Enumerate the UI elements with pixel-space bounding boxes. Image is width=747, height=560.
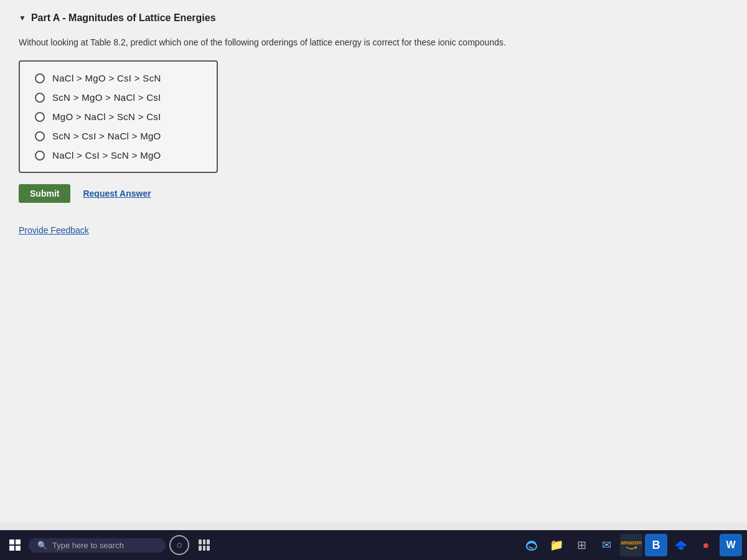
radio-option-2[interactable] bbox=[35, 93, 45, 103]
amazon-icon-taskbar[interactable]: amazon bbox=[620, 534, 642, 556]
dropbox-icon-taskbar[interactable] bbox=[670, 534, 692, 556]
option-row-3[interactable]: MgO > NaCl > ScN > CsI bbox=[35, 111, 202, 122]
radio-option-5[interactable] bbox=[35, 151, 45, 161]
taskview-icon bbox=[199, 539, 210, 551]
request-answer-button[interactable]: Request Answer bbox=[83, 189, 151, 198]
radio-option-4[interactable] bbox=[35, 131, 45, 141]
option-row-5[interactable]: NaCl > CsI > ScN > MgO bbox=[35, 150, 202, 161]
submit-button[interactable]: Submit bbox=[19, 184, 70, 203]
radio-option-3[interactable] bbox=[35, 112, 45, 122]
option-text-2: ScN > MgO > NaCl > CsI bbox=[52, 92, 161, 103]
windows-icon bbox=[9, 539, 21, 551]
radio-option-1[interactable] bbox=[35, 73, 45, 83]
question-text: Without looking at Table 8.2, predict wh… bbox=[19, 36, 728, 49]
option-row-4[interactable]: ScN > CsI > NaCl > MgO bbox=[35, 131, 202, 141]
edge-icon-taskbar[interactable] bbox=[520, 534, 543, 556]
mail-icon-taskbar[interactable]: ✉ bbox=[595, 534, 618, 556]
search-icon: 🔍 bbox=[37, 541, 47, 550]
file-explorer-icon-taskbar[interactable]: 📁 bbox=[545, 534, 568, 556]
edge-svg bbox=[525, 538, 538, 552]
apps-grid-icon-taskbar[interactable]: ⊞ bbox=[570, 534, 593, 556]
taskview-button[interactable] bbox=[193, 534, 215, 556]
amazon-smile-svg bbox=[625, 546, 637, 551]
part-title: Part A - Magnitudes of Lattice Energies bbox=[31, 12, 216, 24]
option-row-1[interactable]: NaCl > MgO > CsI > ScN bbox=[35, 73, 202, 83]
option-text-3: MgO > NaCl > ScN > CsI bbox=[52, 111, 161, 122]
action-row: Submit Request Answer bbox=[19, 184, 728, 203]
start-button[interactable] bbox=[5, 535, 25, 555]
bold-b-icon-taskbar[interactable]: B bbox=[645, 534, 667, 556]
part-header: ▼ Part A - Magnitudes of Lattice Energie… bbox=[19, 12, 728, 24]
taskbar: 🔍 Type here to search ○ 📁 ⊞ bbox=[0, 530, 747, 560]
search-placeholder: Type here to search bbox=[52, 541, 124, 550]
option-row-2[interactable]: ScN > MgO > NaCl > CsI bbox=[35, 92, 202, 103]
options-container: NaCl > MgO > CsI > ScN ScN > MgO > NaCl … bbox=[19, 60, 218, 173]
amazon-label: amazon bbox=[621, 539, 642, 546]
taskbar-right-icons: 📁 ⊞ ✉ amazon B bbox=[520, 534, 742, 556]
circle-icon: ○ bbox=[176, 539, 182, 551]
provide-feedback-link[interactable]: Provide Feedback bbox=[19, 225, 728, 235]
w-icon-taskbar[interactable]: W bbox=[720, 534, 742, 556]
bold-b-label: B bbox=[652, 539, 660, 552]
option-text-4: ScN > CsI > NaCl > MgO bbox=[52, 131, 161, 141]
option-text-5: NaCl > CsI > ScN > MgO bbox=[52, 150, 161, 161]
search-bar[interactable]: 🔍 Type here to search bbox=[29, 538, 166, 553]
chevron-down-icon: ▼ bbox=[19, 14, 26, 22]
option-text-1: NaCl > MgO > CsI > ScN bbox=[52, 73, 161, 83]
main-content: ▼ Part A - Magnitudes of Lattice Energie… bbox=[0, 0, 747, 523]
cortana-button[interactable]: ○ bbox=[169, 535, 189, 555]
notification-icon-taskbar[interactable]: ● bbox=[695, 534, 717, 556]
w-label: W bbox=[726, 539, 735, 551]
dropbox-svg bbox=[675, 539, 687, 551]
